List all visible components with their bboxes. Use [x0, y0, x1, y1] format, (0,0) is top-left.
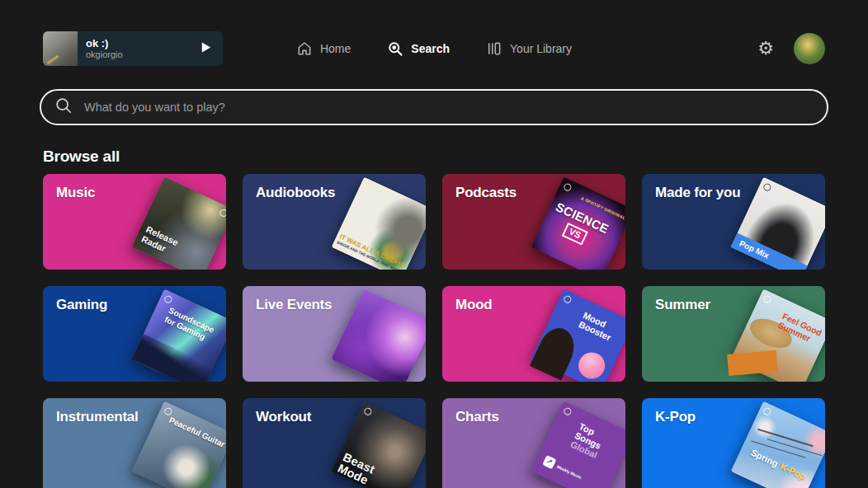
- top-bar: ok :) okgiorgio Home Search Your Libr: [0, 0, 868, 79]
- art-caption: Beast Mode: [336, 451, 393, 488]
- category-title: Music: [56, 185, 95, 201]
- art-caption-accent: K-Pop: [779, 461, 807, 481]
- now-playing-widget[interactable]: ok :) okgiorgio: [43, 31, 223, 66]
- library-icon: [486, 40, 502, 57]
- charts-arrow-icon: ↗: [542, 455, 556, 469]
- nav-label: Search: [411, 42, 450, 55]
- browse-all-heading: Browse all: [43, 148, 120, 166]
- category-card-made-for-you[interactable]: Made for you Pop Mix: [642, 174, 825, 270]
- nav-item-home[interactable]: Home: [296, 40, 351, 57]
- art-caption: Soundscape for Gaming: [163, 306, 226, 350]
- art-caption: Peaceful Guitar: [167, 415, 226, 449]
- category-title: Live Events: [256, 297, 332, 313]
- category-title: Summer: [655, 297, 710, 313]
- art-small-caption: Weekly Music: [556, 464, 583, 480]
- nav-item-search[interactable]: Search: [387, 40, 450, 57]
- category-grid: Music Release Radar Audiobooks IT WAS AL…: [43, 174, 825, 488]
- category-art-mood-booster: Mood Booster: [531, 289, 625, 382]
- spotify-mini-logo-icon: [563, 182, 573, 192]
- main-nav: Home Search Your Library: [296, 31, 572, 66]
- spotify-mini-logo-icon: [563, 406, 573, 416]
- category-title: Gaming: [56, 297, 107, 313]
- category-title: Audiobooks: [256, 185, 335, 201]
- now-playing-artist: okgiorgio: [86, 50, 123, 59]
- art-caption: Release Radar: [140, 224, 192, 263]
- nav-item-your-library[interactable]: Your Library: [486, 40, 572, 57]
- category-title: Charts: [455, 409, 499, 425]
- nav-label: Your Library: [510, 42, 572, 55]
- now-playing-title: ok :): [86, 38, 123, 49]
- spotify-mini-logo-icon: [563, 294, 573, 304]
- header-right-controls: ⚙: [757, 33, 825, 64]
- category-art-beast-mode: Beast Mode: [332, 401, 426, 488]
- search-icon: [387, 40, 403, 57]
- category-art-concert-photo: [332, 289, 426, 382]
- play-button[interactable]: [200, 41, 212, 56]
- search-input[interactable]: [83, 100, 814, 115]
- category-title: K-Pop: [655, 409, 696, 425]
- home-icon: [296, 40, 313, 57]
- category-art-release-radar: Release Radar: [132, 177, 226, 270]
- category-title: Podcasts: [455, 185, 517, 201]
- category-title: Made for you: [655, 185, 740, 201]
- category-card-podcasts[interactable]: Podcasts A SPOTIFY ORIGINAL SCIENCE VS: [442, 174, 625, 270]
- category-card-charts[interactable]: Charts Top Songs Global ↗ Weekly Music: [442, 398, 625, 488]
- category-art-pop-mix: Pop Mix: [731, 177, 825, 270]
- category-art-soundscape-for-gaming: Soundscape for Gaming: [132, 289, 226, 382]
- profile-avatar[interactable]: [794, 33, 825, 64]
- category-art-feel-good-summer: Feel Good Summer: [731, 289, 825, 382]
- settings-button[interactable]: ⚙: [757, 40, 774, 58]
- spotify-mini-logo-icon: [363, 406, 373, 416]
- play-icon: [200, 41, 212, 56]
- category-card-audiobooks[interactable]: Audiobooks IT WAS ALL A DREAM BIGGIE AND…: [243, 174, 426, 270]
- category-art-spring-k-pop: Spring K-Pop: [731, 401, 825, 488]
- spotify-mini-logo-icon: [762, 294, 772, 304]
- category-art-peaceful-guitar: Peaceful Guitar: [132, 401, 226, 488]
- category-art-audiobook: IT WAS ALL A DREAM BIGGIE AND THE WORLD …: [332, 177, 426, 270]
- category-art-science-vs: A SPOTIFY ORIGINAL SCIENCE VS: [531, 177, 625, 270]
- search-input-icon: [54, 96, 73, 118]
- art-caption: Feel Good Summer: [776, 311, 825, 349]
- category-card-mood[interactable]: Mood Mood Booster: [442, 286, 625, 382]
- category-card-k-pop[interactable]: K-Pop Spring K-Pop: [642, 398, 825, 488]
- art-caption-row: Spring K-Pop: [748, 444, 809, 483]
- category-card-live-events[interactable]: Live Events: [243, 286, 426, 382]
- category-card-instrumental[interactable]: Instrumental Peaceful Guitar: [43, 398, 226, 488]
- art-caption: Spring: [749, 448, 780, 469]
- spotify-mini-logo-icon: [762, 182, 772, 192]
- search-bar[interactable]: [40, 89, 828, 125]
- category-card-music[interactable]: Music Release Radar: [43, 174, 226, 270]
- art-caption: IT WAS ALL A DREAM: [338, 233, 407, 270]
- category-title: Workout: [256, 409, 311, 425]
- category-art-top-songs-global: Top Songs Global ↗ Weekly Music: [531, 401, 625, 488]
- art-caption: Mood Booster: [578, 310, 625, 348]
- spotify-mini-logo-icon: [219, 208, 226, 218]
- spotify-mini-logo-icon: [762, 406, 772, 416]
- gear-icon: ⚙: [757, 38, 774, 59]
- spotify-mini-logo-icon: [163, 294, 173, 304]
- now-playing-info: ok :) okgiorgio: [86, 38, 123, 59]
- category-title: Instrumental: [56, 409, 139, 425]
- category-card-gaming[interactable]: Gaming Soundscape for Gaming: [43, 286, 226, 382]
- category-title: Mood: [455, 297, 493, 313]
- category-card-workout[interactable]: Workout Beast Mode: [243, 398, 426, 488]
- now-playing-album-art: [43, 31, 78, 66]
- nav-label: Home: [320, 42, 351, 55]
- category-card-summer[interactable]: Summer Feel Good Summer: [642, 286, 825, 382]
